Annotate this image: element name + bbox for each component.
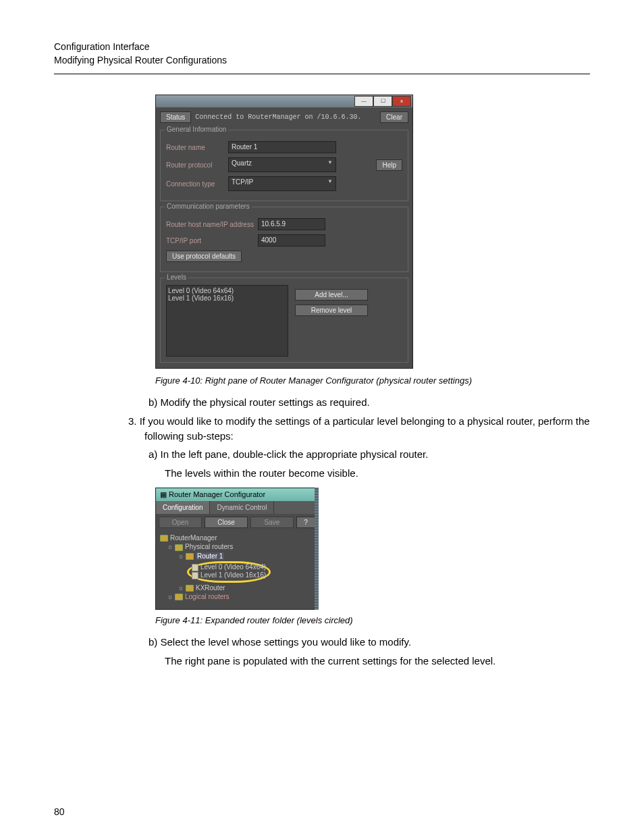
- page-number: 80: [54, 806, 65, 817]
- folder-icon: [186, 553, 194, 560]
- add-level-button[interactable]: Add level...: [295, 289, 368, 301]
- host-address-label: Router host name/IP address: [166, 221, 254, 228]
- help-button[interactable]: Help: [376, 159, 402, 171]
- connection-type-select[interactable]: TCP/IP: [228, 176, 336, 191]
- maximize-button[interactable]: ☐: [373, 96, 392, 107]
- status-button[interactable]: Status: [160, 111, 191, 123]
- configurator-title: ▦ Router Manager Configurator: [156, 488, 318, 501]
- folder-icon: [186, 585, 194, 592]
- tree-physical-routers[interactable]: ▫Physical routers: [160, 542, 314, 551]
- tab-dynamic-control[interactable]: Dynamic Control: [210, 501, 274, 514]
- file-icon: [192, 572, 198, 579]
- step-3a: a) In the left pane, double-click the ap…: [149, 447, 590, 462]
- save-button[interactable]: Save: [250, 517, 294, 528]
- tree-kxrouter[interactable]: ▫KXRouter: [160, 583, 314, 592]
- levels-group: Levels Level 0 (Video 64x64) Level 1 (Vi…: [160, 278, 408, 363]
- file-icon: [192, 564, 198, 571]
- tree-level-0[interactable]: Level 0 (Video 64x64): [192, 563, 266, 571]
- levels-circled-highlight: Level 0 (Video 64x64) Level 1 (Video 16x…: [187, 561, 271, 583]
- general-info-title: General Information: [165, 126, 228, 133]
- header-line2: Modifying Physical Router Configurations: [54, 54, 590, 68]
- router-protocol-select[interactable]: Quartz: [228, 157, 336, 172]
- configurator-tree-window: ▦ Router Manager Configurator Configurat…: [155, 488, 319, 610]
- step-3b-cont: The right pane is populated with the cur…: [165, 654, 590, 669]
- figure-4-10-caption: Figure 4-10: Right pane of Router Manage…: [155, 375, 590, 386]
- page-header: Configuration Interface Modifying Physic…: [54, 41, 590, 74]
- tcpip-port-input[interactable]: 4000: [258, 234, 325, 246]
- level-item-1[interactable]: Level 1 (Video 16x16): [168, 294, 286, 302]
- clear-button[interactable]: Clear: [380, 111, 408, 123]
- tree-root[interactable]: RouterManager: [160, 533, 314, 542]
- use-defaults-button[interactable]: Use protocol defaults: [166, 251, 242, 262]
- levels-title: Levels: [165, 273, 188, 281]
- close-button[interactable]: x: [392, 96, 411, 107]
- header-line1: Configuration Interface: [54, 41, 590, 54]
- minimize-button[interactable]: —: [354, 96, 373, 107]
- tree-logical-routers[interactable]: ▫Logical routers: [160, 592, 314, 601]
- remove-level-button[interactable]: Remove level: [295, 305, 368, 316]
- folder-icon: [175, 594, 183, 600]
- tree-router-1[interactable]: ▫Router 1: [160, 552, 314, 561]
- tcpip-port-label: TCP/IP port: [166, 237, 254, 244]
- folder-icon: [160, 535, 168, 542]
- step-3a-cont: The levels within the router become visi…: [165, 466, 590, 481]
- router-tree[interactable]: RouterManager ▫Physical routers ▫Router …: [156, 531, 318, 610]
- host-address-input[interactable]: 10.6.5.9: [258, 218, 325, 230]
- connection-type-label: Connection type: [166, 180, 224, 188]
- window-titlebar: — ☐ x: [156, 95, 412, 107]
- tree-level-1[interactable]: Level 1 (Video 16x16): [192, 571, 266, 579]
- step-b-modify: b) Modify the physical router settings a…: [149, 395, 590, 410]
- pane-splitter[interactable]: [315, 488, 319, 610]
- step-3: 3. If you would like to modify the setti…: [128, 414, 590, 444]
- comm-params-group: Communication parameters Router host nam…: [160, 207, 408, 272]
- tree-levels-highlight: Level 0 (Video 64x64) Level 1 (Video 16x…: [160, 561, 314, 583]
- router-settings-window: — ☐ x Status Connected to RouterManager …: [155, 95, 413, 369]
- tab-configuration[interactable]: Configuration: [156, 501, 210, 514]
- levels-listbox[interactable]: Level 0 (Video 64x64) Level 1 (Video 16x…: [166, 285, 288, 357]
- general-info-group: General Information Router name Router 1…: [160, 130, 408, 201]
- router-protocol-label: Router protocol: [166, 161, 224, 169]
- close-button-toolbar[interactable]: Close: [205, 517, 248, 528]
- status-text: Connected to RouterManager on /10.6.6.30…: [195, 113, 376, 121]
- level-item-0[interactable]: Level 0 (Video 64x64): [168, 287, 286, 294]
- help-button-toolbar[interactable]: ?: [296, 517, 315, 528]
- step-3b: b) Select the level whose settings you w…: [149, 635, 590, 650]
- figure-4-11-caption: Figure 4-11: Expanded router folder (lev…: [155, 615, 590, 625]
- router-name-input[interactable]: Router 1: [228, 141, 336, 153]
- router-name-label: Router name: [166, 144, 224, 151]
- comm-params-title: Communication parameters: [165, 203, 252, 210]
- folder-icon: [175, 544, 183, 551]
- open-button[interactable]: Open: [159, 517, 202, 528]
